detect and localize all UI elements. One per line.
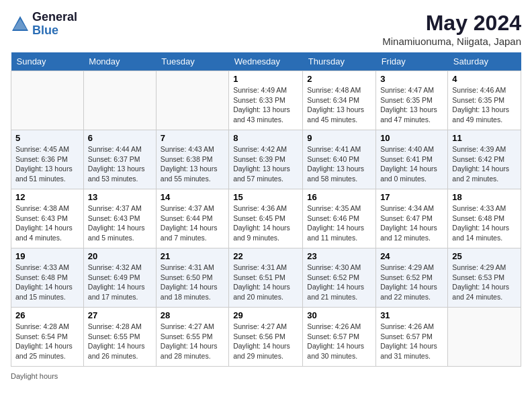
table-row: 26Sunrise: 4:28 AM Sunset: 6:54 PM Dayli… bbox=[11, 308, 84, 367]
table-row: 25Sunrise: 4:29 AM Sunset: 6:53 PM Dayli… bbox=[448, 248, 521, 308]
day-number: 9 bbox=[307, 133, 371, 143]
day-number: 18 bbox=[452, 192, 517, 202]
day-info: Sunrise: 4:38 AM Sunset: 6:43 PM Dayligh… bbox=[15, 203, 79, 243]
day-number: 21 bbox=[161, 251, 224, 261]
day-info: Sunrise: 4:27 AM Sunset: 6:56 PM Dayligh… bbox=[233, 322, 298, 361]
day-number: 16 bbox=[307, 192, 371, 202]
table-row: 10Sunrise: 4:40 AM Sunset: 6:41 PM Dayli… bbox=[376, 130, 448, 189]
day-info: Sunrise: 4:29 AM Sunset: 6:53 PM Dayligh… bbox=[452, 263, 517, 302]
month-year-title: May 2024 bbox=[382, 11, 521, 36]
day-number: 10 bbox=[380, 133, 443, 143]
table-row: 4Sunrise: 4:46 AM Sunset: 6:35 PM Daylig… bbox=[448, 71, 521, 130]
week-row-2: 5Sunrise: 4:45 AM Sunset: 6:36 PM Daylig… bbox=[11, 130, 521, 189]
table-row bbox=[448, 308, 521, 367]
header-thursday: Thursday bbox=[303, 52, 376, 71]
day-info: Sunrise: 4:26 AM Sunset: 6:57 PM Dayligh… bbox=[307, 322, 371, 361]
day-number: 15 bbox=[233, 192, 298, 202]
calendar-table: Sunday Monday Tuesday Wednesday Thursday… bbox=[11, 52, 521, 367]
day-info: Sunrise: 4:33 AM Sunset: 6:48 PM Dayligh… bbox=[452, 203, 517, 243]
table-row bbox=[83, 71, 156, 130]
logo: General Blue bbox=[11, 11, 77, 38]
day-number: 23 bbox=[307, 251, 371, 261]
day-number: 12 bbox=[15, 192, 79, 202]
footer-note: Daylight hours bbox=[11, 372, 521, 380]
table-row: 18Sunrise: 4:33 AM Sunset: 6:48 PM Dayli… bbox=[448, 189, 521, 248]
day-info: Sunrise: 4:27 AM Sunset: 6:55 PM Dayligh… bbox=[161, 322, 224, 361]
table-row: 14Sunrise: 4:37 AM Sunset: 6:44 PM Dayli… bbox=[156, 189, 228, 248]
table-row: 15Sunrise: 4:36 AM Sunset: 6:45 PM Dayli… bbox=[229, 189, 303, 248]
day-info: Sunrise: 4:26 AM Sunset: 6:57 PM Dayligh… bbox=[380, 322, 443, 361]
day-info: Sunrise: 4:49 AM Sunset: 6:33 PM Dayligh… bbox=[233, 85, 298, 125]
day-info: Sunrise: 4:30 AM Sunset: 6:52 PM Dayligh… bbox=[307, 263, 371, 302]
table-row: 8Sunrise: 4:42 AM Sunset: 6:39 PM Daylig… bbox=[229, 130, 303, 189]
table-row: 30Sunrise: 4:26 AM Sunset: 6:57 PM Dayli… bbox=[303, 308, 376, 367]
day-info: Sunrise: 4:39 AM Sunset: 6:42 PM Dayligh… bbox=[452, 144, 517, 184]
day-number: 28 bbox=[161, 310, 224, 320]
table-row bbox=[11, 71, 84, 130]
day-number: 6 bbox=[88, 133, 152, 143]
table-row: 7Sunrise: 4:43 AM Sunset: 6:38 PM Daylig… bbox=[156, 130, 228, 189]
calendar-header-row: Sunday Monday Tuesday Wednesday Thursday… bbox=[11, 52, 521, 71]
table-row: 9Sunrise: 4:41 AM Sunset: 6:40 PM Daylig… bbox=[303, 130, 376, 189]
location-subtitle: Minamiuonuma, Niigata, Japan bbox=[382, 36, 521, 47]
day-number: 27 bbox=[88, 310, 152, 320]
day-info: Sunrise: 4:32 AM Sunset: 6:49 PM Dayligh… bbox=[88, 263, 152, 302]
day-info: Sunrise: 4:43 AM Sunset: 6:38 PM Dayligh… bbox=[161, 144, 224, 184]
day-info: Sunrise: 4:31 AM Sunset: 6:50 PM Dayligh… bbox=[161, 263, 224, 302]
day-info: Sunrise: 4:34 AM Sunset: 6:47 PM Dayligh… bbox=[380, 203, 443, 243]
logo-text: General Blue bbox=[32, 11, 77, 38]
day-number: 20 bbox=[88, 251, 152, 261]
logo-blue-text: Blue bbox=[32, 24, 77, 38]
day-number: 26 bbox=[15, 310, 79, 320]
day-info: Sunrise: 4:48 AM Sunset: 6:34 PM Dayligh… bbox=[307, 85, 371, 125]
table-row: 21Sunrise: 4:31 AM Sunset: 6:50 PM Dayli… bbox=[156, 248, 228, 308]
day-info: Sunrise: 4:37 AM Sunset: 6:44 PM Dayligh… bbox=[161, 203, 224, 243]
day-info: Sunrise: 4:28 AM Sunset: 6:54 PM Dayligh… bbox=[15, 322, 79, 361]
table-row: 22Sunrise: 4:31 AM Sunset: 6:51 PM Dayli… bbox=[229, 248, 303, 308]
table-row: 17Sunrise: 4:34 AM Sunset: 6:47 PM Dayli… bbox=[376, 189, 448, 248]
logo-general-text: General bbox=[32, 11, 77, 24]
header-wednesday: Wednesday bbox=[229, 52, 303, 71]
table-row: 16Sunrise: 4:35 AM Sunset: 6:46 PM Dayli… bbox=[303, 189, 376, 248]
day-number: 1 bbox=[233, 74, 298, 84]
table-row: 20Sunrise: 4:32 AM Sunset: 6:49 PM Dayli… bbox=[83, 248, 156, 308]
title-block: May 2024 Minamiuonuma, Niigata, Japan bbox=[382, 11, 521, 47]
day-number: 14 bbox=[161, 192, 224, 202]
table-row: 29Sunrise: 4:27 AM Sunset: 6:56 PM Dayli… bbox=[229, 308, 303, 367]
table-row: 5Sunrise: 4:45 AM Sunset: 6:36 PM Daylig… bbox=[11, 130, 84, 189]
table-row: 6Sunrise: 4:44 AM Sunset: 6:37 PM Daylig… bbox=[83, 130, 156, 189]
day-info: Sunrise: 4:37 AM Sunset: 6:43 PM Dayligh… bbox=[88, 203, 152, 243]
table-row: 27Sunrise: 4:28 AM Sunset: 6:55 PM Dayli… bbox=[83, 308, 156, 367]
day-info: Sunrise: 4:35 AM Sunset: 6:46 PM Dayligh… bbox=[307, 203, 371, 243]
day-number: 24 bbox=[380, 251, 443, 261]
day-info: Sunrise: 4:47 AM Sunset: 6:35 PM Dayligh… bbox=[380, 85, 443, 125]
table-row: 2Sunrise: 4:48 AM Sunset: 6:34 PM Daylig… bbox=[303, 71, 376, 130]
table-row: 12Sunrise: 4:38 AM Sunset: 6:43 PM Dayli… bbox=[11, 189, 84, 248]
header-tuesday: Tuesday bbox=[156, 52, 228, 71]
table-row: 13Sunrise: 4:37 AM Sunset: 6:43 PM Dayli… bbox=[83, 189, 156, 248]
day-number: 29 bbox=[233, 310, 298, 320]
day-number: 19 bbox=[15, 251, 79, 261]
day-info: Sunrise: 4:42 AM Sunset: 6:39 PM Dayligh… bbox=[233, 144, 298, 184]
day-info: Sunrise: 4:31 AM Sunset: 6:51 PM Dayligh… bbox=[233, 263, 298, 302]
table-row bbox=[156, 71, 228, 130]
week-row-1: 1Sunrise: 4:49 AM Sunset: 6:33 PM Daylig… bbox=[11, 71, 521, 130]
day-number: 2 bbox=[307, 74, 371, 84]
day-info: Sunrise: 4:41 AM Sunset: 6:40 PM Dayligh… bbox=[307, 144, 371, 184]
table-row: 3Sunrise: 4:47 AM Sunset: 6:35 PM Daylig… bbox=[376, 71, 448, 130]
week-row-4: 19Sunrise: 4:33 AM Sunset: 6:48 PM Dayli… bbox=[11, 248, 521, 308]
day-info: Sunrise: 4:45 AM Sunset: 6:36 PM Dayligh… bbox=[15, 144, 79, 184]
header-sunday: Sunday bbox=[11, 52, 84, 71]
svg-marker-1 bbox=[13, 19, 27, 30]
day-info: Sunrise: 4:40 AM Sunset: 6:41 PM Dayligh… bbox=[380, 144, 443, 184]
day-number: 30 bbox=[307, 310, 371, 320]
header-saturday: Saturday bbox=[448, 52, 521, 71]
day-info: Sunrise: 4:33 AM Sunset: 6:48 PM Dayligh… bbox=[15, 263, 79, 302]
day-number: 3 bbox=[380, 74, 443, 84]
day-number: 31 bbox=[380, 310, 443, 320]
day-number: 5 bbox=[15, 133, 79, 143]
header-friday: Friday bbox=[376, 52, 448, 71]
table-row: 1Sunrise: 4:49 AM Sunset: 6:33 PM Daylig… bbox=[229, 71, 303, 130]
day-info: Sunrise: 4:36 AM Sunset: 6:45 PM Dayligh… bbox=[233, 203, 298, 243]
day-number: 22 bbox=[233, 251, 298, 261]
